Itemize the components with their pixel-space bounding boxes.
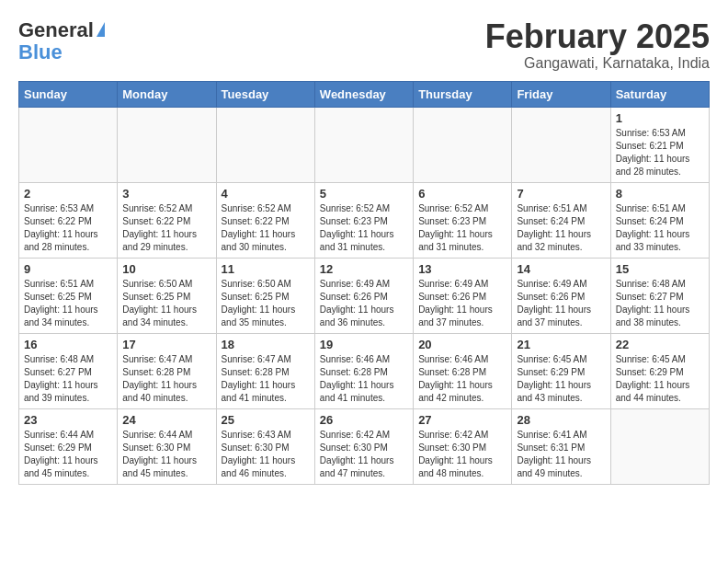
day-number: 2 <box>24 187 112 201</box>
day-info: Sunrise: 6:41 AM Sunset: 6:31 PM Dayligh… <box>517 429 605 480</box>
weekday-header-row: SundayMondayTuesdayWednesdayThursdayFrid… <box>19 81 710 107</box>
day-info: Sunrise: 6:48 AM Sunset: 6:27 PM Dayligh… <box>616 278 704 329</box>
day-info: Sunrise: 6:47 AM Sunset: 6:28 PM Dayligh… <box>122 353 210 405</box>
calendar-day-cell: 20Sunrise: 6:46 AM Sunset: 6:28 PM Dayli… <box>414 333 512 408</box>
day-info: Sunrise: 6:44 AM Sunset: 6:29 PM Dayligh… <box>24 429 112 480</box>
calendar-day-cell: 7Sunrise: 6:51 AM Sunset: 6:24 PM Daylig… <box>512 182 610 258</box>
title-area: February 2025 Gangawati, Karnataka, Indi… <box>485 18 710 72</box>
calendar-day-cell: 17Sunrise: 6:47 AM Sunset: 6:28 PM Dayli… <box>118 333 216 408</box>
day-number: 9 <box>24 262 112 276</box>
calendar-day-cell: 9Sunrise: 6:51 AM Sunset: 6:25 PM Daylig… <box>19 258 118 333</box>
day-number: 4 <box>222 187 310 201</box>
day-info: Sunrise: 6:47 AM Sunset: 6:28 PM Dayligh… <box>222 353 310 405</box>
calendar-day-cell: 13Sunrise: 6:49 AM Sunset: 6:26 PM Dayli… <box>414 258 512 333</box>
day-info: Sunrise: 6:52 AM Sunset: 6:22 PM Dayligh… <box>222 202 310 254</box>
calendar-week-row: 23Sunrise: 6:44 AM Sunset: 6:29 PM Dayli… <box>19 408 710 484</box>
calendar-day-cell: 4Sunrise: 6:52 AM Sunset: 6:22 PM Daylig… <box>216 182 314 258</box>
calendar-day-cell <box>118 107 216 182</box>
day-number: 16 <box>24 338 112 351</box>
day-number: 25 <box>222 413 310 427</box>
weekday-header: Friday <box>512 81 610 107</box>
day-info: Sunrise: 6:50 AM Sunset: 6:25 PM Dayligh… <box>222 278 310 329</box>
day-number: 21 <box>517 338 605 351</box>
weekday-header: Saturday <box>610 81 709 107</box>
day-info: Sunrise: 6:43 AM Sunset: 6:30 PM Dayligh… <box>222 429 310 480</box>
calendar-day-cell: 25Sunrise: 6:43 AM Sunset: 6:30 PM Dayli… <box>216 408 314 484</box>
weekday-header: Tuesday <box>216 81 314 107</box>
day-number: 5 <box>320 187 408 201</box>
calendar-day-cell: 26Sunrise: 6:42 AM Sunset: 6:30 PM Dayli… <box>314 408 413 484</box>
day-info: Sunrise: 6:49 AM Sunset: 6:26 PM Dayligh… <box>517 278 605 329</box>
day-info: Sunrise: 6:51 AM Sunset: 6:24 PM Dayligh… <box>517 202 605 254</box>
day-info: Sunrise: 6:42 AM Sunset: 6:30 PM Dayligh… <box>320 429 408 480</box>
calendar-day-cell: 3Sunrise: 6:52 AM Sunset: 6:22 PM Daylig… <box>118 182 216 258</box>
day-info: Sunrise: 6:46 AM Sunset: 6:28 PM Dayligh… <box>418 353 506 405</box>
calendar-week-row: 16Sunrise: 6:48 AM Sunset: 6:27 PM Dayli… <box>19 333 710 408</box>
location-subtitle: Gangawati, Karnataka, India <box>485 55 710 72</box>
day-info: Sunrise: 6:48 AM Sunset: 6:27 PM Dayligh… <box>24 353 112 405</box>
day-number: 28 <box>517 413 605 427</box>
calendar-day-cell: 14Sunrise: 6:49 AM Sunset: 6:26 PM Dayli… <box>512 258 610 333</box>
day-number: 13 <box>418 262 506 276</box>
calendar-day-cell <box>314 107 413 182</box>
day-number: 17 <box>122 338 210 351</box>
day-number: 22 <box>616 338 704 351</box>
day-info: Sunrise: 6:53 AM Sunset: 6:21 PM Dayligh… <box>616 127 704 178</box>
calendar-day-cell <box>19 107 118 182</box>
month-title: February 2025 <box>485 18 710 55</box>
calendar-day-cell: 10Sunrise: 6:50 AM Sunset: 6:25 PM Dayli… <box>118 258 216 333</box>
calendar-day-cell <box>610 408 709 484</box>
calendar-week-row: 9Sunrise: 6:51 AM Sunset: 6:25 PM Daylig… <box>19 258 710 333</box>
day-info: Sunrise: 6:51 AM Sunset: 6:24 PM Dayligh… <box>616 202 704 254</box>
calendar-day-cell <box>414 107 512 182</box>
calendar-day-cell: 2Sunrise: 6:53 AM Sunset: 6:22 PM Daylig… <box>19 182 118 258</box>
calendar-day-cell: 27Sunrise: 6:42 AM Sunset: 6:30 PM Dayli… <box>414 408 512 484</box>
logo-general-text: General <box>18 18 94 42</box>
calendar-day-cell: 24Sunrise: 6:44 AM Sunset: 6:30 PM Dayli… <box>118 408 216 484</box>
day-number: 10 <box>122 262 210 276</box>
weekday-header: Sunday <box>19 81 118 107</box>
calendar-week-row: 1Sunrise: 6:53 AM Sunset: 6:21 PM Daylig… <box>19 107 710 182</box>
day-info: Sunrise: 6:46 AM Sunset: 6:28 PM Dayligh… <box>320 353 408 405</box>
day-number: 7 <box>517 187 605 201</box>
day-number: 23 <box>24 413 112 427</box>
calendar-day-cell: 11Sunrise: 6:50 AM Sunset: 6:25 PM Dayli… <box>216 258 314 333</box>
calendar-day-cell: 12Sunrise: 6:49 AM Sunset: 6:26 PM Dayli… <box>314 258 413 333</box>
day-info: Sunrise: 6:52 AM Sunset: 6:22 PM Dayligh… <box>122 202 210 254</box>
day-info: Sunrise: 6:50 AM Sunset: 6:25 PM Dayligh… <box>122 278 210 329</box>
calendar-day-cell: 8Sunrise: 6:51 AM Sunset: 6:24 PM Daylig… <box>610 182 709 258</box>
day-number: 20 <box>418 338 506 351</box>
calendar-day-cell: 23Sunrise: 6:44 AM Sunset: 6:29 PM Dayli… <box>19 408 118 484</box>
calendar-day-cell: 1Sunrise: 6:53 AM Sunset: 6:21 PM Daylig… <box>610 107 709 182</box>
day-number: 3 <box>122 187 210 201</box>
day-number: 27 <box>418 413 506 427</box>
day-info: Sunrise: 6:49 AM Sunset: 6:26 PM Dayligh… <box>320 278 408 329</box>
day-info: Sunrise: 6:49 AM Sunset: 6:26 PM Dayligh… <box>418 278 506 329</box>
day-number: 6 <box>418 187 506 201</box>
day-info: Sunrise: 6:51 AM Sunset: 6:25 PM Dayligh… <box>24 278 112 329</box>
day-number: 15 <box>616 262 704 276</box>
day-info: Sunrise: 6:45 AM Sunset: 6:29 PM Dayligh… <box>517 353 605 405</box>
calendar-day-cell: 28Sunrise: 6:41 AM Sunset: 6:31 PM Dayli… <box>512 408 610 484</box>
day-info: Sunrise: 6:45 AM Sunset: 6:29 PM Dayligh… <box>616 353 704 405</box>
calendar-week-row: 2Sunrise: 6:53 AM Sunset: 6:22 PM Daylig… <box>19 182 710 258</box>
day-number: 14 <box>517 262 605 276</box>
calendar-day-cell: 5Sunrise: 6:52 AM Sunset: 6:23 PM Daylig… <box>314 182 413 258</box>
logo-blue-text: Blue <box>18 42 63 63</box>
calendar-day-cell <box>512 107 610 182</box>
day-info: Sunrise: 6:44 AM Sunset: 6:30 PM Dayligh… <box>122 429 210 480</box>
weekday-header: Wednesday <box>314 81 413 107</box>
calendar-day-cell: 6Sunrise: 6:52 AM Sunset: 6:23 PM Daylig… <box>414 182 512 258</box>
day-info: Sunrise: 6:52 AM Sunset: 6:23 PM Dayligh… <box>320 202 408 254</box>
day-number: 11 <box>222 262 310 276</box>
calendar-day-cell: 15Sunrise: 6:48 AM Sunset: 6:27 PM Dayli… <box>610 258 709 333</box>
day-info: Sunrise: 6:52 AM Sunset: 6:23 PM Dayligh… <box>418 202 506 254</box>
weekday-header: Thursday <box>414 81 512 107</box>
page-header: General Blue February 2025 Gangawati, Ka… <box>18 18 710 72</box>
day-number: 18 <box>222 338 310 351</box>
calendar-table: SundayMondayTuesdayWednesdayThursdayFrid… <box>18 81 710 485</box>
weekday-header: Monday <box>118 81 216 107</box>
day-info: Sunrise: 6:53 AM Sunset: 6:22 PM Dayligh… <box>24 202 112 254</box>
day-info: Sunrise: 6:42 AM Sunset: 6:30 PM Dayligh… <box>418 429 506 480</box>
day-number: 12 <box>320 262 408 276</box>
